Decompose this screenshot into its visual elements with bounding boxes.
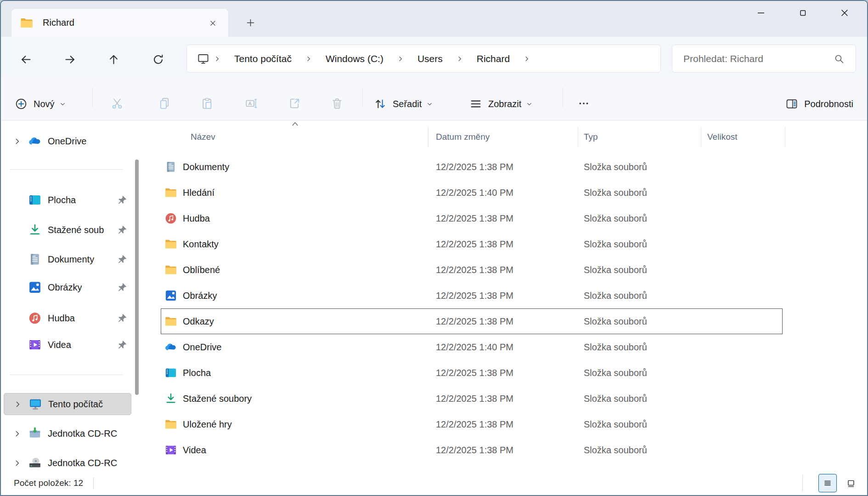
file-name-cell: Obrázky	[143, 283, 428, 308]
sidebar-item-jednotka-cd-rc[interactable]: Jednotka CD-RC	[4, 423, 131, 444]
toolbar-separator	[362, 87, 363, 108]
rename-button[interactable]	[241, 93, 262, 114]
date-modified-cell: 12/2/2025 1:38 PM	[428, 257, 578, 283]
table-row[interactable]: Stažené soubory12/2/2025 1:38 PMSložka s…	[143, 386, 867, 411]
computer-icon	[28, 397, 42, 411]
search-input[interactable]: Prohledat: Richard	[683, 53, 763, 64]
table-row[interactable]: Plocha12/2/2025 1:38 PMSložka souborů	[143, 360, 867, 386]
table-row[interactable]: Kontakty12/2/2025 1:38 PMSložka souborů	[143, 231, 867, 257]
sidebar-item-obr-zky[interactable]: Obrázky	[4, 277, 131, 297]
pin-icon	[117, 313, 128, 324]
table-row[interactable]: Oblíbené12/2/2025 1:38 PMSložka souborů	[143, 257, 867, 283]
explorer-tab[interactable]: Richard	[11, 8, 229, 37]
address-bar[interactable]: Tento počítačWindows (C:)UsersRichard	[186, 45, 661, 73]
column-header-n-zev[interactable]: Název	[143, 127, 428, 147]
column-header-typ[interactable]: Typ	[578, 127, 701, 147]
chevron-right-icon	[457, 56, 463, 62]
table-row[interactable]: Uložené hry12/2/2025 1:38 PMSložka soubo…	[143, 411, 867, 437]
more-icon	[577, 97, 590, 110]
date-modified-cell: 12/2/2025 1:38 PM	[428, 411, 578, 437]
view-button[interactable]: Zobrazit	[469, 91, 532, 117]
breadcrumb-item[interactable]: Richard	[468, 51, 519, 67]
table-row[interactable]: Hudba12/2/2025 1:38 PMSložka souborů	[143, 205, 867, 231]
share-button[interactable]	[284, 93, 305, 114]
sidebar-item-label: Tento počítač	[48, 399, 103, 410]
sidebar-item-jednotka-cd-rc[interactable]: Jednotka CD-RC	[4, 453, 131, 471]
search-box[interactable]: Prohledat: Richard	[672, 45, 856, 73]
new-tab-button[interactable]	[243, 15, 258, 30]
copy-icon	[158, 97, 171, 110]
maximize-button[interactable]	[782, 1, 823, 25]
details-pane-icon	[785, 97, 798, 110]
table-row[interactable]: Odkazy12/2/2025 1:38 PMSložka souborů	[143, 308, 867, 334]
table-row[interactable]: Hledání12/2/2025 1:40 PMSložka souborů	[143, 180, 867, 205]
large-icons-view-toggle[interactable]	[843, 476, 859, 491]
file-name: Oblíbené	[183, 265, 220, 275]
minimize-button[interactable]	[740, 1, 782, 25]
sidebar-scrollbar[interactable]	[135, 160, 139, 395]
breadcrumb-item[interactable]: Tento počítač	[225, 51, 301, 67]
new-button[interactable]: Nový	[15, 91, 66, 117]
column-header-velikost[interactable]: Velikost	[701, 127, 785, 147]
file-name: Stažené soubory	[183, 393, 252, 404]
cut-button[interactable]	[107, 93, 128, 114]
table-row[interactable]: Videa12/2/2025 1:38 PMSložka souborů	[143, 437, 867, 463]
details-pane-button[interactable]: Podrobnosti	[785, 91, 853, 117]
type-cell: Složka souborů	[578, 205, 701, 231]
copy-button[interactable]	[154, 93, 175, 114]
refresh-button[interactable]	[148, 49, 168, 69]
close-icon	[839, 7, 850, 18]
file-name: Hledání	[183, 188, 214, 198]
file-rows: Dokumenty12/2/2025 1:38 PMSložka souborů…	[143, 154, 867, 471]
date-modified-cell: 12/2/2025 1:38 PM	[428, 360, 578, 386]
expand-chevron-icon[interactable]	[13, 459, 21, 467]
item-count: Počet položek: 12	[14, 478, 83, 488]
music-icon	[28, 311, 42, 325]
more-options-button[interactable]	[573, 93, 594, 114]
back-button[interactable]	[16, 49, 36, 69]
close-button[interactable]	[823, 1, 865, 25]
folder-icon	[164, 418, 177, 431]
up-button[interactable]	[103, 49, 124, 69]
sidebar-item-label: Dokumenty	[48, 254, 94, 265]
download-icon	[28, 223, 42, 237]
expand-chevron-icon[interactable]	[13, 430, 21, 438]
folder-icon	[164, 263, 177, 276]
pin-icon	[117, 339, 128, 350]
sidebar-item-tento-po-ta-[interactable]: Tento počítač	[4, 393, 131, 415]
file-name-cell: Hudba	[143, 205, 428, 231]
view-label: Zobrazit	[488, 99, 521, 109]
forward-button[interactable]	[60, 49, 80, 69]
table-row[interactable]: Obrázky12/2/2025 1:38 PMSložka souborů	[143, 283, 867, 308]
file-name: Uložené hry	[183, 419, 232, 430]
desktop-icon	[28, 193, 42, 207]
tab-close-button[interactable]	[207, 17, 218, 29]
sidebar-item-videa[interactable]: Videa	[4, 335, 131, 355]
sidebar-item-plocha[interactable]: Plocha	[4, 190, 131, 210]
file-name: Kontakty	[183, 239, 219, 250]
this-pc-icon	[197, 52, 209, 65]
breadcrumb-item[interactable]: Users	[408, 51, 452, 67]
sort-button[interactable]: Seřadit	[374, 91, 433, 117]
paste-button[interactable]	[197, 93, 218, 114]
sort-icon	[374, 97, 387, 110]
sidebar-divider	[10, 169, 123, 170]
folder-icon	[164, 315, 177, 328]
sidebar-item-hudba[interactable]: Hudba	[4, 308, 131, 328]
expand-chevron-icon[interactable]	[13, 137, 21, 145]
delete-button[interactable]	[327, 93, 348, 114]
details-view-icon	[822, 478, 833, 489]
details-view-toggle[interactable]	[818, 474, 837, 492]
table-row[interactable]: Dokumenty12/2/2025 1:38 PMSložka souborů	[143, 154, 867, 180]
sidebar-item-sta-en-soub[interactable]: Stažené soub	[4, 220, 131, 240]
table-row[interactable]: OneDrive12/2/2025 1:40 PMSložka souborů	[143, 334, 867, 360]
sidebar-item-onedrive[interactable]: OneDrive	[4, 131, 131, 151]
chevron-right-icon	[305, 56, 312, 62]
breadcrumb: Tento počítačWindows (C:)UsersRichard	[209, 51, 535, 67]
sidebar-item-dokumenty[interactable]: Dokumenty	[4, 249, 131, 269]
column-header-datum-zm-ny[interactable]: Datum změny	[428, 127, 578, 147]
breadcrumb-item[interactable]: Windows (C:)	[316, 51, 393, 67]
type-cell: Složka souborů	[578, 180, 701, 205]
rename-icon	[245, 97, 258, 110]
expand-chevron-icon[interactable]	[14, 400, 22, 408]
